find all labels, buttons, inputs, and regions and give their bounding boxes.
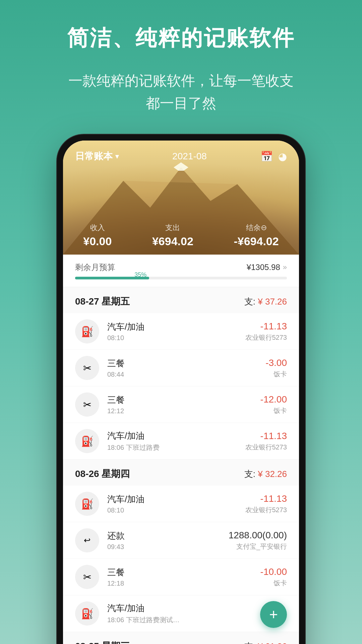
tx-amount: -11.13 [245,493,287,504]
add-transaction-button[interactable]: + [260,601,287,628]
tx-account: 支付宝_平安银行 [229,542,287,551]
tx-amount: -11.13 [245,321,287,332]
app-title: 简洁、纯粹的记账软件 [67,23,295,53]
day-title-0827: 08-27 星期五 [75,295,130,308]
tx-time: 08:44 [107,371,265,378]
budget-section[interactable]: 剩余月预算 ¥1305.98 » 35% [63,255,299,287]
day-title-0826: 08-26 星期四 [75,468,130,480]
tx-time: 12:18 [107,580,260,587]
balance-stat: 结余⊖ -¥694.02 [234,223,279,248]
tx-name: 三餐 [107,567,260,578]
tx-time: 18:06 下班过路费测试… [107,615,267,625]
meal-icon: ✂ [75,392,99,417]
fuel-icon: ⛽ [75,601,99,626]
tx-account: 饭卡 [260,579,287,588]
tx-name: 汽车/加油 [107,602,267,614]
budget-amount: ¥1305.98 » [247,263,287,272]
meal-icon: ✂ [75,565,99,589]
income-stat: 收入 ¥0.00 [83,223,112,248]
tx-name: 汽车/加油 [107,321,245,333]
phone-mockup: 日常账本 2021-08 📅 ◕ 收入 ¥0.00 支出 ¥694.02 [57,135,305,644]
fuel-icon: ⛽ [75,492,99,516]
day-total-0827: 支: ¥ 37.26 [244,296,287,308]
date-display: 2021-08 [172,151,207,162]
day-total-0825: 支: ¥ 61.26 [244,641,287,644]
tx-time: 12:12 [107,407,260,415]
budget-chevron-icon: » [283,263,287,272]
tx-account: 饭卡 [265,370,287,379]
app-subtitle: 一款纯粹的记账软件，让每一笔收支都一目了然 [48,69,314,114]
tx-name: 汽车/加油 [107,493,245,505]
expense-stat: 支出 ¥694.02 [152,223,193,248]
table-row[interactable]: ✂ 三餐 12:12 -12.00 饭卡 [63,386,299,423]
tx-account: 农业银行5273 [245,505,287,515]
transaction-list: 08-27 星期五 支: ¥ 37.26 ⛽ 汽车/加油 08:10 -11.1… [63,287,299,644]
meal-icon: ✂ [75,356,99,380]
table-row[interactable]: ⛽ 汽车/加油 08:10 -11.13 农业银行5273 [63,313,299,350]
svg-marker-2 [174,162,188,171]
fuel-icon: ⛽ [75,319,99,343]
chart-icon[interactable]: ◕ [278,151,287,162]
table-row[interactable]: ✂ 三餐 08:44 -3.00 饭卡 [63,350,299,386]
budget-label: 剩余月预算 [75,262,115,273]
tx-amount: -11.13 [245,431,287,441]
table-row[interactable]: ↩ 还款 09:43 1288.00(0.00) 支付宝_平安银行 [63,522,299,559]
repayment-icon: ↩ [75,528,99,552]
table-row[interactable]: ⛽ 汽车/加油 18:06 下班过路费 -11.13 农业银行5273 [63,423,299,460]
screen-header: 日常账本 2021-08 📅 ◕ 收入 ¥0.00 支出 ¥694.02 [63,141,299,255]
tx-time: 08:10 [107,506,245,514]
tx-name: 三餐 [107,358,265,369]
table-row[interactable]: ✂ 三餐 12:18 -10.00 饭卡 [63,559,299,595]
tx-time: 09:43 [107,543,229,551]
tx-time: 08:10 [107,334,245,342]
calendar-icon[interactable]: 📅 [260,151,273,162]
account-name[interactable]: 日常账本 [75,150,119,163]
tx-account: 饭卡 [260,406,287,415]
tx-amount: -12.00 [260,394,287,405]
tx-amount: 1288.00(0.00) [229,530,287,541]
fuel-icon: ⛽ [75,429,99,453]
tx-name: 汽车/加油 [107,430,245,442]
tx-account: 农业银行5273 [245,443,287,452]
tx-amount: -10.00 [260,567,287,577]
day-section-0827: 08-27 星期五 支: ¥ 37.26 ⛽ 汽车/加油 08:10 -11.1… [63,287,299,460]
budget-bar: 35% [75,277,287,279]
day-total-0826: 支: ¥ 32.26 [244,468,287,480]
tx-name: 三餐 [107,394,260,406]
tx-name: 还款 [107,530,229,542]
day-title-0825: 08-25 星期三 [75,640,130,644]
tx-account: 农业银行5273 [245,333,287,342]
table-row[interactable]: ⛽ 汽车/加油 08:10 -11.13 农业银行5273 [63,486,299,522]
tx-amount: -3.00 [265,358,287,368]
tx-time: 18:06 下班过路费 [107,443,245,452]
budget-percent: 35% [134,271,146,278]
day-header-0825: 08-25 星期三 支: ¥ 61.26 [63,632,299,644]
